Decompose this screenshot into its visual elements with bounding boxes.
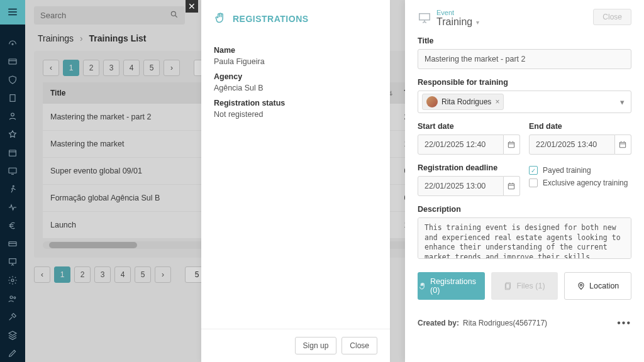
deadline-input[interactable] [418,176,504,196]
checkbox-icon [529,178,538,187]
nav-favorite-icon[interactable] [0,125,25,143]
exclusive-checkbox[interactable]: Exclusive agency training [529,178,631,187]
svg-rect-30 [620,143,626,148]
title-input[interactable] [418,49,631,69]
nav-presentation-icon[interactable] [0,253,25,271]
svg-point-14 [13,185,14,187]
agency-label: Agency [214,72,377,81]
event-sup-label: Event [436,9,479,16]
svg-rect-34 [509,184,514,189]
description-label: Description [418,205,631,214]
presentation-icon [418,11,431,27]
start-date-label: Start date [418,122,520,131]
status-value: Not registered [214,110,377,119]
avatar [426,96,438,107]
svg-point-40 [580,284,582,286]
payed-checkbox[interactable]: ✓ Payed training [529,166,631,175]
agency-value: Agência Sul B [214,84,377,92]
svg-rect-6 [10,94,15,101]
responsible-chip: Rita Rodrigues × [422,94,504,110]
registrations-button[interactable]: Registrations (0) [418,272,485,300]
nav-euro-icon[interactable] [0,216,25,234]
nav-shield-icon[interactable] [0,70,25,89]
start-date-input[interactable] [418,134,504,155]
svg-rect-4 [9,59,16,64]
nav-monitor-icon[interactable] [0,162,25,180]
nav-building-icon[interactable] [0,89,25,107]
registrations-panel: ✕ REGISTRATIONS Name Paula Figueira Agen… [201,0,390,362]
responsible-label: Responsible for training [418,78,631,87]
registrations-heading: REGISTRATIONS [201,0,390,35]
nav-gavel-icon[interactable] [0,307,25,326]
nav-run-icon[interactable] [0,180,25,198]
svg-rect-12 [9,168,16,173]
files-button[interactable]: Files (1) [491,272,558,300]
calendar-icon[interactable] [615,134,631,155]
svg-point-9 [11,113,14,116]
title-label: Title [418,36,631,45]
svg-point-20 [11,279,14,282]
calendar-icon[interactable] [504,176,520,196]
svg-rect-26 [509,143,514,148]
chevron-down-icon: ▾ [476,19,479,26]
nav-users-icon[interactable] [0,289,25,307]
nav-creditcard-icon[interactable] [0,234,25,253]
description-textarea[interactable] [418,217,631,259]
nav-layers-icon[interactable] [0,326,25,344]
nav-calendar-icon[interactable] [0,143,25,162]
svg-point-22 [14,297,16,299]
close-panel-icon[interactable]: ✕ [186,0,198,13]
nav-activity-icon[interactable] [0,198,25,216]
nav-edit-icon[interactable] [0,344,25,362]
nav-person-icon[interactable] [0,107,25,125]
svg-rect-19 [9,258,16,263]
event-detail-panel: Event Training▾ Close Title Responsible … [405,0,644,362]
svg-rect-17 [9,241,16,246]
close-button[interactable]: Close [593,9,631,25]
nav-card-icon[interactable] [0,52,25,70]
more-icon[interactable]: ••• [617,317,631,329]
svg-point-3 [12,43,13,45]
name-label: Name [214,46,377,55]
nav-gear-icon[interactable] [0,271,25,289]
hamburger-menu[interactable] [0,0,25,25]
hand-icon [214,11,226,26]
deadline-label: Registration deadline [418,163,520,172]
location-button[interactable]: Location [564,272,631,300]
svg-rect-25 [419,14,430,20]
end-date-label: End date [529,122,631,131]
svg-rect-10 [9,150,16,156]
left-nav [0,0,25,362]
checkbox-icon: ✓ [529,166,538,175]
responsible-select[interactable]: Rita Rodrigues × ▾ [418,90,631,113]
svg-point-21 [10,296,13,299]
name-value: Paula Figueira [214,57,377,66]
created-by: Created by: Rita Rodrigues(4567717) ••• [418,317,631,329]
event-type-select[interactable]: Training▾ [436,16,479,28]
chevron-down-icon: ▾ [620,97,625,107]
nav-dashboard-icon[interactable] [0,34,25,52]
close-button[interactable]: Close [341,337,377,354]
remove-chip-icon[interactable]: × [495,97,499,106]
status-label: Registration status [214,99,377,107]
end-date-input[interactable] [529,134,615,155]
calendar-icon[interactable] [504,134,520,155]
signup-button[interactable]: Sign up [295,337,337,354]
